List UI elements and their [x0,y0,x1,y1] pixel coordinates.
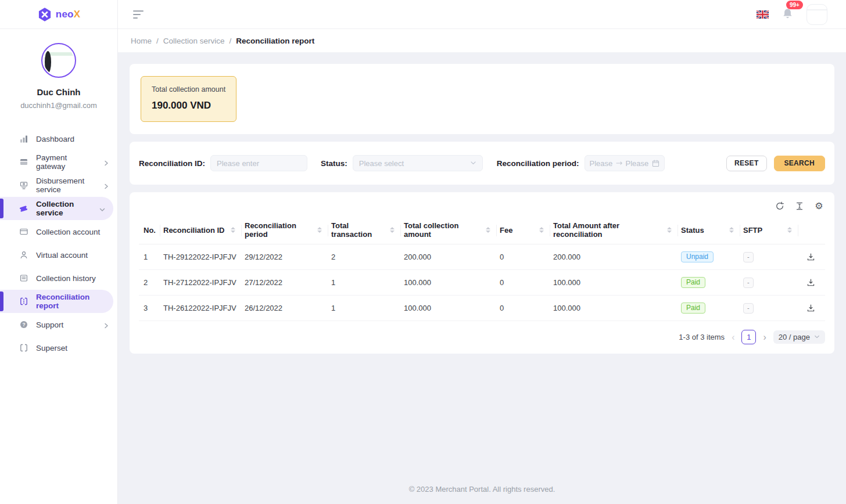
breadcrumb-separator: / [230,37,232,45]
reset-button[interactable]: RESET [726,156,767,171]
sidebar-item-label: Support [36,321,63,329]
breadcrumb-collection-service[interactable]: Collection service [163,37,225,45]
cell-status: Unpaid [681,244,743,270]
sidebar: neoX Duc Chinh ducchinh1@gmail.com Dashb… [0,0,118,504]
sidebar-item-collection-history[interactable]: Collection history [0,267,117,290]
sidebar-item-support[interactable]: ? Support [0,313,117,336]
pagination-summary: 1-3 of 3 items [679,333,725,341]
status-badge: Paid [681,303,705,314]
brand-logo: neoX [0,0,117,29]
select-placeholder: Please select [359,159,470,168]
sort-icon [390,227,399,233]
sort-icon [539,227,549,233]
cell-total-collection-amount: 200.000 [404,244,500,270]
download-icon[interactable] [801,278,820,287]
refresh-icon[interactable] [775,201,784,211]
download-icon[interactable] [801,304,820,312]
sort-icon [667,227,676,233]
cell-download [801,244,825,270]
sidebar-item-reconciliation-report[interactable]: Reconciliation report [0,290,113,313]
sftp-tag: - [743,303,754,314]
sidebar-item-label: Reconciliation report [36,293,105,310]
page-size-select[interactable]: 20 / page [773,330,825,344]
search-button[interactable]: SEARCH [774,156,825,171]
report-icon [19,297,28,307]
status-badge: Paid [681,277,705,288]
pagination-next-icon[interactable]: › [762,333,767,342]
page-size-value: 20 / page [779,333,810,341]
svg-text:?: ? [22,322,25,327]
column-header-reconciliation-id[interactable]: Reconciliation ID [163,217,245,244]
column-header-status[interactable]: Status [681,217,743,244]
range-start-placeholder: Please... [590,159,613,168]
menu-collapse-icon[interactable] [131,8,146,21]
stat-value: 190.000 VND [152,100,225,111]
sidebar-item-collection-account[interactable]: Collection account [0,220,117,243]
table-toolbar: ⚙ [139,200,825,217]
table-row: 3 TH-26122022-IPJFJV 26/12/2022 1 100.00… [139,296,825,321]
reconciliation-id-input[interactable] [210,155,307,171]
download-icon[interactable] [801,253,820,261]
sidebar-item-disbursement-service[interactable]: Disbursement service [0,174,117,197]
cell-sftp: - [743,244,801,270]
column-header-reconciliation-period[interactable]: Reconciliation period [245,217,331,244]
column-header-total-amount-after[interactable]: Total Amount after reconciliation [553,217,681,244]
sidebar-item-label: Virtual account [36,251,88,260]
cell-total-transaction: 1 [331,296,404,321]
cell-period: 29/12/2022 [245,244,331,270]
arrow-right-icon [616,161,623,165]
column-header-total-collection-amount[interactable]: Total collection amount [404,217,500,244]
table-row: 2 TH-27122022-IPJFJV 27/12/2022 1 100.00… [139,270,825,296]
sidebar-item-label: Collection history [36,274,96,283]
cell-download [801,270,825,296]
user-icon [19,250,28,260]
bar-chart-icon [19,134,28,144]
chevron-down-icon [99,206,105,211]
sidebar-item-label: Collection service [36,200,92,217]
card-icon [19,227,28,237]
filter-label: Status: [321,159,347,168]
page-content: Total collection amount 190.000 VND Reco… [118,52,846,504]
cell-total-collection-amount: 100.000 [404,270,500,296]
column-header-fee[interactable]: Fee [500,217,553,244]
filter-actions: RESET SEARCH [726,156,825,171]
period-range-picker[interactable]: Please... Please... [585,155,665,171]
cell-total-after: 100.000 [553,270,681,296]
chevron-right-icon [103,182,109,188]
user-profile: Duc Chinh ducchinh1@gmail.com [0,29,117,120]
cell-fee: 0 [500,244,553,270]
sidebar-item-label: Dashboard [36,135,74,143]
breadcrumb: Home / Collection service / Reconciliati… [118,29,846,52]
settings-gear-icon[interactable]: ⚙ [814,201,824,211]
footer-copyright: © 2023 Merchant Portal. All rights reser… [130,476,834,504]
sidebar-item-collection-service[interactable]: Collection service [0,197,113,220]
sort-icon [486,227,495,233]
cell-no: 1 [139,244,163,270]
summary-section: Total collection amount 190.000 VND [130,64,834,134]
pagination-prev-icon[interactable]: ‹ [730,333,736,342]
column-header-actions [801,217,825,244]
sidebar-item-dashboard[interactable]: Dashboard [0,127,117,150]
chevron-down-icon [814,333,820,341]
language-uk-flag-icon[interactable] [757,10,769,19]
topbar-avatar[interactable] [806,4,827,25]
sidebar-item-superset[interactable]: Superset [0,336,117,359]
filter-label: Reconciliation period: [497,159,579,168]
filter-reconciliation-id: Reconciliation ID: [139,155,307,171]
cell-total-transaction: 2 [331,244,404,270]
sidebar-item-virtual-account[interactable]: Virtual account [0,243,117,267]
status-select[interactable]: Please select [353,155,483,171]
avatar [41,43,76,78]
column-height-icon[interactable] [794,201,804,211]
column-header-total-transaction[interactable]: Total transaction [331,217,404,244]
breadcrumb-home[interactable]: Home [131,37,152,45]
column-header-sftp[interactable]: SFTP [743,217,801,244]
filter-section: Reconciliation ID: Status: Please select… [130,142,834,185]
sidebar-item-payment-gateway[interactable]: Payment gateway [0,150,117,174]
cell-total-transaction: 1 [331,270,404,296]
book-icon [19,343,28,353]
pagination-page-1[interactable]: 1 [741,330,756,344]
sftp-tag: - [743,278,754,288]
notification-bell-icon[interactable]: 99+ [782,8,794,21]
filter-reconciliation-period: Reconciliation period: Please... Please.… [497,155,665,171]
